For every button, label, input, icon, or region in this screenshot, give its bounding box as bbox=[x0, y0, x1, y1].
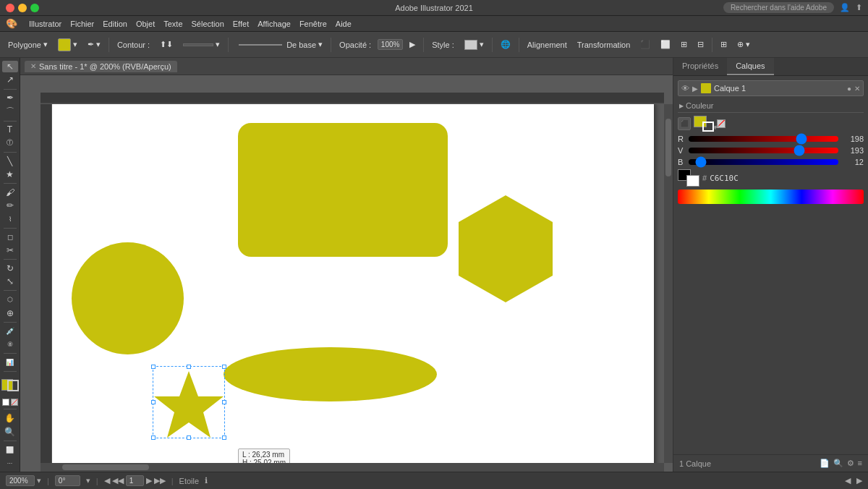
b-slider[interactable] bbox=[689, 159, 838, 165]
layer-expand-arrow[interactable]: ▶ bbox=[692, 85, 698, 93]
opacity-right-arrow[interactable]: ▶ bbox=[406, 38, 419, 51]
transformation-btn[interactable]: Transformation bbox=[574, 39, 634, 51]
search-bar[interactable]: Rechercher dans l'aide Adobe bbox=[723, 2, 834, 13]
extras-btn[interactable]: ⊕ ▾ bbox=[733, 38, 754, 51]
more-tools-btn[interactable]: ··· bbox=[2, 457, 18, 469]
fill-color[interactable]: ▾ bbox=[54, 37, 81, 53]
touch-type-tool[interactable]: Ⓣ bbox=[2, 137, 18, 149]
handle-br[interactable] bbox=[222, 435, 226, 440]
opacity-input[interactable] bbox=[378, 39, 403, 50]
pencil-tool[interactable]: ✏ bbox=[2, 200, 18, 211]
zoom-chevron[interactable]: ▾ bbox=[37, 476, 41, 485]
menu-fichier[interactable]: Fichier bbox=[70, 20, 94, 28]
align-icon3[interactable]: ⊞ bbox=[677, 38, 691, 51]
layer-settings-btn[interactable]: ⚙ bbox=[847, 459, 854, 468]
tab-proprietes[interactable]: Propriétés bbox=[673, 58, 727, 75]
menu-illustrator[interactable]: Illustrator bbox=[29, 20, 61, 28]
shape-hexagon[interactable] bbox=[459, 195, 553, 302]
menu-objet[interactable]: Objet bbox=[136, 20, 155, 28]
style-swatch[interactable]: ▾ bbox=[461, 38, 488, 51]
scroll-right-btn[interactable]: ▶ bbox=[856, 476, 862, 485]
fullscreen-window-button[interactable] bbox=[30, 4, 39, 12]
star-tool[interactable]: ★ bbox=[2, 169, 18, 180]
tab-calques[interactable]: Calques bbox=[727, 58, 773, 75]
chart-tool[interactable]: 📊 bbox=[2, 357, 18, 368]
handle-ml[interactable] bbox=[151, 400, 156, 404]
shaper-tool[interactable]: ⌇ bbox=[2, 213, 18, 224]
eyedropper-tool[interactable]: 💉 bbox=[2, 325, 18, 336]
type-tool[interactable]: T bbox=[2, 124, 18, 135]
eraser-tool[interactable]: ◻ bbox=[2, 231, 18, 242]
panel-menu-btn[interactable]: ≡ bbox=[858, 459, 862, 468]
free-transform-tool[interactable]: ⬡ bbox=[2, 294, 18, 305]
user-icon[interactable]: 👤 bbox=[840, 3, 850, 12]
color-spectrum[interactable] bbox=[678, 190, 864, 204]
handle-bm[interactable] bbox=[187, 435, 191, 440]
menu-fenetre[interactable]: Fenêtre bbox=[299, 20, 327, 28]
menu-texte[interactable]: Texte bbox=[163, 20, 182, 28]
prev-artboard-btn[interactable]: ◀ bbox=[104, 476, 110, 485]
none-color-btn[interactable] bbox=[2, 399, 9, 406]
rotation-input[interactable] bbox=[55, 475, 80, 486]
pen-tool[interactable]: ✒ bbox=[2, 92, 18, 103]
last-artboard-btn[interactable]: ▶▶ bbox=[154, 476, 166, 485]
delete-layer-btn[interactable]: 🔍 bbox=[833, 459, 843, 468]
h-scroll-thumb[interactable] bbox=[62, 464, 149, 470]
v-scrollbar[interactable] bbox=[664, 104, 673, 463]
globe-icon[interactable]: 🌐 bbox=[497, 38, 514, 51]
scroll-left-btn[interactable]: ◀ bbox=[845, 476, 851, 485]
first-artboard-btn[interactable]: ◀◀ bbox=[112, 476, 124, 485]
rotation-chevron[interactable]: ▾ bbox=[86, 476, 90, 485]
hex-swatch-white[interactable] bbox=[686, 175, 699, 187]
pen-tool-btn[interactable]: ✒ ▾ bbox=[84, 38, 104, 51]
shape-ellipse[interactable] bbox=[224, 347, 437, 401]
layer-visibility-icon[interactable]: 👁 bbox=[681, 84, 689, 93]
handle-tl[interactable] bbox=[151, 365, 156, 369]
curvature-tool[interactable]: ⌒ bbox=[2, 106, 18, 118]
artboard-number[interactable] bbox=[126, 475, 144, 486]
shape-builder-tool[interactable]: ⊕ bbox=[2, 307, 18, 318]
shape-circle[interactable] bbox=[72, 242, 184, 354]
menu-effet[interactable]: Effet bbox=[233, 20, 249, 28]
next-artboard-btn[interactable]: ▶ bbox=[146, 476, 152, 485]
artboard-tool[interactable]: ⬜ bbox=[2, 443, 18, 455]
handle-tr[interactable] bbox=[222, 365, 226, 369]
color-swap-icon[interactable]: ⇄ bbox=[714, 123, 720, 130]
color-fill-toggle[interactable]: ⬛ bbox=[678, 117, 691, 130]
share-icon[interactable]: ⬆ bbox=[856, 3, 862, 12]
handle-mr[interactable] bbox=[222, 400, 226, 404]
stroke-base[interactable]: De base ▾ bbox=[233, 38, 326, 51]
alignement-btn[interactable]: Alignement bbox=[524, 39, 571, 51]
shape-info-icon[interactable]: ℹ bbox=[205, 476, 208, 485]
minimize-window-button[interactable] bbox=[18, 4, 27, 12]
scissor-tool[interactable]: ✂ bbox=[2, 244, 18, 256]
r-slider[interactable] bbox=[689, 136, 838, 142]
line-tool[interactable]: ╲ bbox=[2, 156, 18, 167]
layer-options-icon[interactable]: ● bbox=[847, 85, 851, 93]
align-icon2[interactable]: ⬜ bbox=[657, 38, 674, 51]
shape-selector[interactable]: Polygone ▾ bbox=[4, 38, 51, 51]
hand-tool[interactable]: ✋ bbox=[2, 412, 18, 424]
stroke-color-well[interactable] bbox=[7, 380, 19, 391]
contour-arrows[interactable]: ⬆⬇ bbox=[156, 38, 176, 51]
blend-tool[interactable]: ⑧ bbox=[2, 339, 18, 350]
contour-input[interactable]: ▾ bbox=[179, 38, 224, 51]
selection-tool[interactable]: ↖ bbox=[2, 61, 18, 72]
view-toggle[interactable]: ⊞ bbox=[717, 38, 731, 51]
color-stroke-swatch[interactable] bbox=[702, 122, 714, 132]
tab-close-btn[interactable]: ✕ bbox=[30, 62, 36, 70]
close-window-button[interactable] bbox=[6, 4, 14, 12]
v-scroll-thumb[interactable] bbox=[665, 119, 671, 177]
rotate-tool[interactable]: ↻ bbox=[2, 263, 18, 274]
handle-bl[interactable] bbox=[151, 435, 156, 440]
h-scrollbar[interactable] bbox=[41, 463, 664, 472]
menu-edition[interactable]: Edition bbox=[103, 20, 127, 28]
align-icon4[interactable]: ⊟ bbox=[694, 38, 707, 51]
zoom-input[interactable] bbox=[6, 475, 35, 486]
direct-select-tool[interactable]: ↗ bbox=[2, 74, 18, 85]
no-color-btn[interactable] bbox=[11, 399, 18, 406]
align-icon1[interactable]: ⬛ bbox=[637, 38, 654, 51]
canvas-document[interactable]: L : 26,23 mm H : 25,02 mm bbox=[46, 101, 654, 472]
v-slider[interactable] bbox=[689, 148, 838, 153]
layer-lock-icon[interactable]: ✕ bbox=[854, 85, 860, 93]
